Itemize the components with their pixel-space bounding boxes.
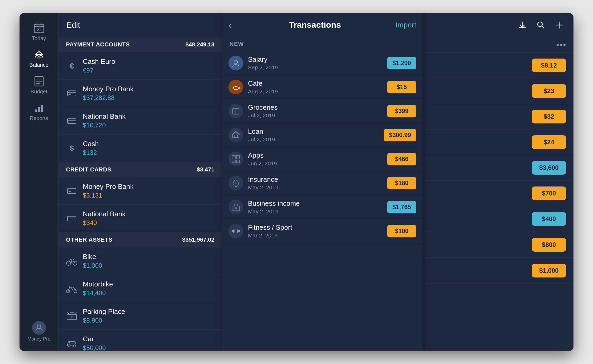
sidebar-item-budget[interactable]: Budget <box>20 72 58 98</box>
trans-item-loan[interactable]: Loan Jul 2, 2019 $300.99 <box>222 123 423 147</box>
groceries-info: Groceries Jul 2, 2019 <box>248 103 387 119</box>
account-bike[interactable]: Bike $1,000 <box>59 247 222 275</box>
account-cc-national[interactable]: National Bank $340 <box>59 205 222 232</box>
groceries-amount: $399 <box>387 105 416 117</box>
car-balance: $50,000 <box>83 344 214 351</box>
apps-amount: $466 <box>387 153 416 165</box>
svg-rect-15 <box>41 105 43 112</box>
sidebar-bottom: Money Pro <box>20 317 58 346</box>
groceries-name: Groceries <box>248 103 387 112</box>
account-cash[interactable]: $ Cash $132 <box>59 135 222 162</box>
sidebar-item-balance[interactable]: Balance <box>20 45 58 72</box>
national-bank-icon <box>66 115 78 127</box>
payment-accounts-total: $48,249.13 <box>185 41 214 48</box>
cash-euro-icon: € <box>66 60 78 72</box>
cafe-amount: $15 <box>387 81 416 93</box>
business-date: May 2, 2019 <box>248 208 387 215</box>
credit-cards-total: $3,471 <box>197 166 214 173</box>
sidebar-item-budget-label: Budget <box>31 89 47 95</box>
svg-rect-56 <box>234 135 237 138</box>
svg-rect-23 <box>69 94 71 95</box>
national-bank-balance: $10,720 <box>83 122 214 129</box>
trans-item-insurance[interactable]: Insurance May 2, 2019 $180 <box>222 171 423 195</box>
svg-rect-63 <box>232 206 240 211</box>
cafe-name: Cafe <box>248 79 387 88</box>
motorbike-info: Motorbike $14,400 <box>83 280 214 297</box>
trans-item-groceries[interactable]: Groceries Jul 2, 2019 $399 <box>222 99 423 123</box>
trans-amount-cafe: $800 <box>532 238 566 252</box>
trans-item-salary[interactable]: Salary Sep 2, 2019 $1,200 <box>222 51 423 75</box>
fitness-date: Mar 2, 2019 <box>248 232 387 239</box>
sidebar-item-today-label: Today <box>32 35 46 41</box>
sidebar-item-today[interactable]: 21 Today <box>20 18 58 45</box>
svg-rect-24 <box>68 119 76 123</box>
account-cash-euro[interactable]: € Cash Euro €97 <box>59 52 222 80</box>
trans-item-business[interactable]: Business income May 2, 2019 $1,765 <box>222 195 423 219</box>
svg-rect-28 <box>69 191 71 192</box>
svg-point-7 <box>36 55 38 58</box>
cc-money-pro-info: Money Pro Bank $3,131 <box>83 183 214 199</box>
account-national-bank[interactable]: National Bank $10,720 <box>59 107 222 135</box>
insurance-amount: $180 <box>387 177 416 189</box>
more-options-button[interactable] <box>557 44 566 46</box>
svg-rect-60 <box>236 160 240 163</box>
cash-euro-info: Cash Euro €97 <box>83 58 214 74</box>
svg-rect-68 <box>238 230 240 232</box>
trans-item-cafe[interactable]: Cafe Aug 2, 2019 $15 <box>222 75 423 99</box>
search-button[interactable] <box>534 19 547 31</box>
svg-rect-26 <box>68 188 76 194</box>
salary-date: Sep 2, 2019 <box>248 64 387 71</box>
add-button[interactable] <box>553 19 566 31</box>
sidebar-item-reports[interactable]: Reports <box>20 98 58 125</box>
national-bank-info: National Bank $10,720 <box>83 112 214 129</box>
business-name: Business income <box>248 199 387 208</box>
account-motorbike[interactable]: Motorbike $14,400 <box>59 275 222 302</box>
trans-amount-4: $3,600 <box>532 161 566 175</box>
cc-national-info: National Bank $340 <box>83 210 214 227</box>
svg-point-62 <box>236 185 236 186</box>
account-money-pro-bank[interactable]: Money Pro Bank $37,282.88 <box>59 80 222 107</box>
other-assets-title: OTHER ASSETS <box>66 236 112 243</box>
cash-balance: $132 <box>83 149 214 156</box>
apps-name: Apps <box>248 151 387 160</box>
car-name: Car <box>83 335 214 343</box>
bike-info: Bike $1,000 <box>83 253 214 269</box>
sidebar: 21 Today Balance Budget <box>20 13 59 351</box>
svg-rect-59 <box>232 160 235 163</box>
sidebar-item-user[interactable]: Money Pro <box>20 317 58 346</box>
salary-name: Salary <box>248 55 387 64</box>
motorbike-icon <box>66 283 78 294</box>
svg-rect-69 <box>233 229 235 233</box>
trans-item-apps[interactable]: Apps Jun 2, 2019 $466 <box>222 147 423 171</box>
business-info: Business income May 2, 2019 <box>248 199 387 215</box>
trans-item-fitness[interactable]: Fitness / Sport Mar 2, 2019 $100 <box>222 219 423 243</box>
trans-amount-3: $24 <box>532 135 566 149</box>
insurance-icon <box>228 176 243 190</box>
money-pro-bank-name: Money Pro Bank <box>83 85 214 93</box>
national-bank-name: National Bank <box>83 112 214 121</box>
insurance-date: May 2, 2019 <box>248 184 387 191</box>
trans-amount-0: $8.12 <box>532 59 566 72</box>
trans-amount-1: $23 <box>532 84 566 98</box>
money-pro-bank-icon <box>66 88 78 99</box>
insurance-name: Insurance <box>248 175 387 184</box>
transactions-dropdown-panel: ‹ Transactions Import NEW <box>222 37 423 351</box>
account-parking[interactable]: P Parking Place $8,900 <box>59 302 222 330</box>
sidebar-item-balance-label: Balance <box>29 62 48 68</box>
credit-cards-title: CREDIT CARDS <box>66 166 111 173</box>
svg-rect-21 <box>68 91 76 96</box>
motorbike-balance: $14,400 <box>83 289 214 297</box>
svg-line-38 <box>67 312 70 314</box>
account-cc-money-pro[interactable]: Money Pro Bank $3,131 <box>59 177 222 205</box>
edit-button[interactable]: Edit <box>66 21 219 30</box>
download-button[interactable] <box>516 19 529 31</box>
svg-text:21: 21 <box>37 28 41 32</box>
svg-rect-13 <box>35 109 37 112</box>
svg-point-42 <box>68 345 70 347</box>
payment-accounts-header: PAYMENT ACCOUNTS $48,249.13 <box>59 37 222 52</box>
fitness-name: Fitness / Sport <box>248 223 387 232</box>
payment-accounts-title: PAYMENT ACCOUNTS <box>66 41 130 48</box>
account-car[interactable]: Car $50,000 <box>59 330 222 351</box>
cc-money-pro-balance: $3,131 <box>83 192 214 199</box>
money-pro-bank-info: Money Pro Bank $37,282.88 <box>83 85 214 102</box>
